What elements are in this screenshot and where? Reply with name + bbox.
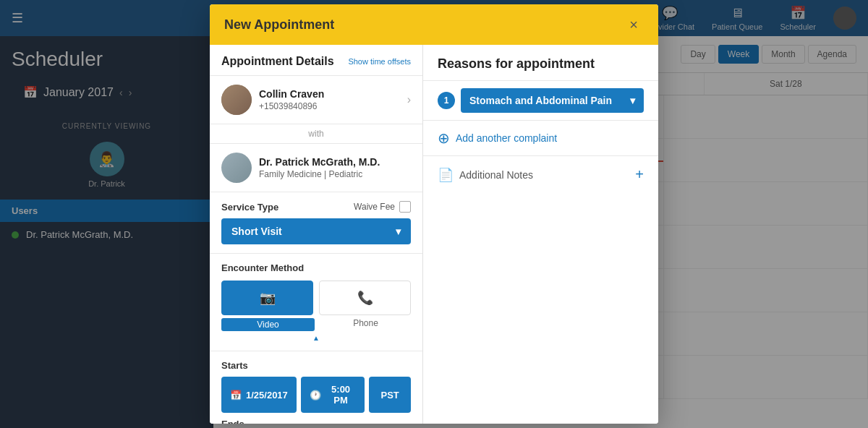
phone-encounter-button[interactable]: 📞 bbox=[319, 281, 411, 315]
complaint-dropdown-arrow: ▾ bbox=[630, 95, 635, 106]
modal-body: Appointment Details Show time offsets Co… bbox=[210, 45, 658, 424]
waive-fee-row: Waive Fee bbox=[354, 201, 411, 213]
video-icon: 📷 bbox=[260, 290, 276, 306]
modal-close-button[interactable]: × bbox=[624, 14, 644, 35]
modal-header: New Appointment × bbox=[210, 4, 658, 45]
starts-date-button[interactable]: 📅 1/25/2017 bbox=[221, 377, 297, 413]
starts-label: Starts bbox=[221, 360, 411, 371]
reasons-panel: Reasons for appointment 1 Stomach and Ab… bbox=[423, 45, 658, 424]
notes-icon: 📄 bbox=[438, 167, 454, 183]
phone-icon: 📞 bbox=[357, 290, 373, 306]
phone-label: Phone bbox=[353, 318, 378, 328]
doctor-specialty: Family Medicine | Pediatric bbox=[259, 169, 380, 179]
add-complaint-icon: ⊕ bbox=[438, 129, 450, 147]
new-appointment-modal: New Appointment × Appointment Details Sh… bbox=[210, 4, 658, 424]
starts-row: 📅 1/25/2017 🕐 5:00 PM PST bbox=[221, 377, 411, 413]
appointment-details-panel: Appointment Details Show time offsets Co… bbox=[210, 45, 423, 424]
doctor-details: Dr. Patrick McGrath, M.D. Family Medicin… bbox=[259, 156, 380, 179]
notes-label: Additional Notes bbox=[459, 169, 533, 181]
encounter-method-section: Encounter Method 📷 📞 Video bbox=[210, 254, 422, 351]
patient-info: Collin Craven +15039840896 bbox=[221, 85, 324, 115]
patient-name: Collin Craven bbox=[259, 88, 324, 100]
reasons-header: Reasons for appointment bbox=[423, 45, 658, 81]
modal-overlay: New Appointment × Appointment Details Sh… bbox=[0, 0, 868, 428]
patient-phone: +15039840896 bbox=[259, 101, 324, 111]
clock-icon: 🕐 bbox=[310, 390, 321, 401]
video-encounter-button[interactable]: 📷 bbox=[221, 281, 313, 315]
with-label: with bbox=[210, 124, 422, 144]
show-time-offsets-link[interactable]: Show time offsets bbox=[348, 57, 411, 66]
dropdown-arrow-icon: ▾ bbox=[396, 226, 401, 237]
service-type-label: Service Type bbox=[221, 202, 278, 213]
complaint-row-1: 1 Stomach and Abdominal Pain ▾ bbox=[423, 81, 658, 121]
reasons-title: Reasons for appointment bbox=[438, 56, 644, 72]
patient-chevron-icon[interactable]: › bbox=[407, 93, 411, 106]
starts-time-button[interactable]: 🕐 5:00 PM bbox=[301, 377, 365, 413]
modal-title: New Appointment bbox=[224, 17, 334, 33]
add-notes-button[interactable]: + bbox=[635, 166, 644, 183]
additional-notes-row: 📄 Additional Notes + bbox=[423, 156, 658, 193]
encounter-buttons: 📷 📞 bbox=[221, 281, 411, 315]
appt-details-header: Appointment Details Show time offsets bbox=[210, 45, 422, 76]
add-complaint-row[interactable]: ⊕ Add another complaint bbox=[423, 121, 658, 156]
encounter-arrow-icon: ▲ bbox=[221, 334, 411, 342]
patient-details: Collin Craven +15039840896 bbox=[259, 88, 324, 111]
doctor-name: Dr. Patrick McGrath, M.D. bbox=[259, 156, 380, 168]
video-label: Video bbox=[257, 320, 278, 330]
service-type-dropdown[interactable]: Short Visit ▾ bbox=[221, 218, 411, 244]
notes-left: 📄 Additional Notes bbox=[438, 167, 533, 183]
service-type-section: Service Type Waive Fee Short Visit ▾ bbox=[210, 192, 422, 254]
calendar-sm-icon: 📅 bbox=[230, 390, 242, 401]
waive-fee-label: Waive Fee bbox=[354, 202, 395, 212]
patient-row: Collin Craven +15039840896 › bbox=[210, 76, 422, 124]
add-complaint-label: Add another complaint bbox=[456, 132, 557, 144]
complaint-dropdown-1[interactable]: Stomach and Abdominal Pain ▾ bbox=[461, 88, 644, 113]
patient-avatar bbox=[221, 85, 252, 115]
starts-tz-button[interactable]: PST bbox=[369, 377, 411, 413]
appt-details-title: Appointment Details bbox=[221, 55, 334, 68]
doctor-avatar bbox=[221, 153, 252, 183]
doctor-row: Dr. Patrick McGrath, M.D. Family Medicin… bbox=[210, 144, 422, 192]
starts-section: Starts 📅 1/25/2017 🕐 5:00 PM PST Ends bbox=[210, 351, 422, 424]
waive-fee-checkbox[interactable] bbox=[399, 201, 411, 213]
encounter-method-label: Encounter Method bbox=[221, 262, 411, 273]
ends-label: Ends bbox=[221, 419, 411, 424]
complaint-number-1: 1 bbox=[438, 92, 455, 109]
